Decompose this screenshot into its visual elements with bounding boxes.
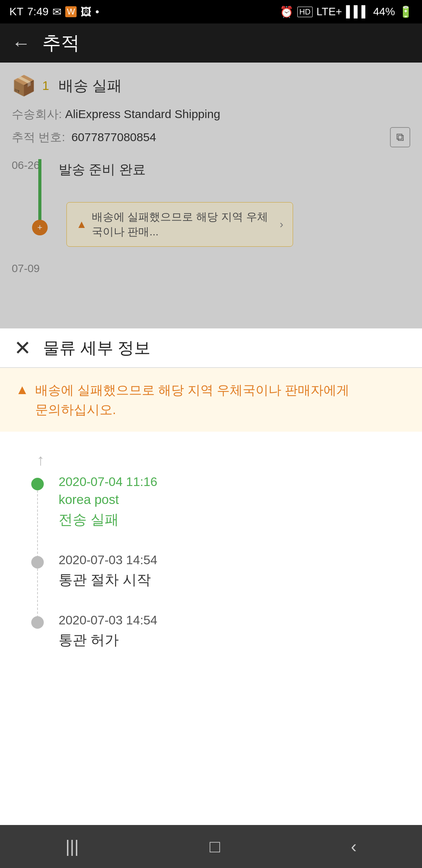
warning-banner-bg[interactable]: ▲ 배송에 실패했으므로 해당 지역 우체국이나 판매... ›: [66, 202, 293, 247]
timeline-item: 2020-07-03 14:54 통관 절차 시작: [31, 553, 406, 613]
modal-close-button[interactable]: ✕: [14, 336, 31, 360]
timeline-dot-orange: +: [32, 220, 48, 235]
shipping-company-row: 수송회사: AliExpress Standard Shipping: [12, 106, 410, 122]
timeline-desc-2: 통관 절차 시작: [59, 570, 406, 590]
modal-warning-icon: ▲: [16, 382, 29, 397]
hd-icon: HD: [297, 7, 313, 17]
chevron-right-icon: ›: [280, 218, 283, 231]
tracking-background: 📦 1 배송 실패 수송회사: AliExpress Standard Ship…: [0, 63, 422, 328]
battery-label: 44%: [373, 5, 395, 18]
timeline-item: 2020-07-03 14:54 통관 허가: [31, 613, 406, 673]
copy-icon: ⧉: [396, 131, 404, 144]
bottom-navigation: ||| □ ‹: [0, 825, 422, 868]
timeline-desc-3: 통관 허가: [59, 631, 406, 650]
timeline-event-1: 발송 준비 완료: [59, 160, 146, 177]
tracking-number-row: 추적 번호: 6077877080854 ⧉: [12, 127, 410, 147]
package-number: 1: [42, 79, 49, 93]
dot-icon: •: [95, 5, 99, 18]
timeline-line: [38, 159, 41, 222]
modal-title: 물류 세부 정보: [43, 337, 150, 359]
alarm-icon: ⏰: [280, 5, 293, 18]
package-header: 📦 1 배송 실패: [12, 74, 410, 97]
shipping-company-label: 수송회사:: [12, 108, 62, 120]
nav-bar: ← 추적: [0, 23, 422, 63]
message-icon: ✉: [52, 5, 61, 18]
page-title: 추적: [42, 30, 80, 56]
tracking-number-value: 6077877080854: [72, 131, 156, 144]
shipping-company-value: AliExpress Standard Shipping: [65, 108, 220, 120]
warning-text-bg: 배송에 실패했으므로 해당 지역 우체국이나 판매...: [92, 210, 275, 239]
timeline-dot-gray-1: [31, 556, 44, 569]
timeline-carrier-1: korea post: [59, 492, 406, 507]
timeline-time-2: 2020-07-03 14:54: [59, 553, 406, 567]
modal-warning: ▲ 배송에 실패했으므로 해당 지역 우체국이나 판매자에게문의하십시오.: [0, 368, 422, 432]
status-right: ⏰ HD LTE+ ▌▌▌ 44% 🔋: [280, 5, 413, 18]
back-button[interactable]: ←: [12, 32, 30, 54]
timeline-date-2: 07-09: [12, 262, 410, 275]
package-status: 배송 실패: [59, 76, 122, 96]
modal-overlay: ✕ 물류 세부 정보 ▲ 배송에 실패했으므로 해당 지역 우체국이나 판매자에…: [0, 328, 422, 689]
bottom-home-button[interactable]: □: [194, 830, 236, 863]
carrier-label: KT: [9, 5, 23, 18]
bottom-menu-button[interactable]: |||: [50, 830, 94, 863]
timeline-desc-1: 전송 실패: [59, 510, 406, 529]
timeline-background: 06-26 + 발송 준비 완료 ▲ 배송에 실패했으므로 해당 지역 우체국이…: [12, 159, 410, 247]
signal-icon: ▌▌▌: [346, 5, 369, 18]
status-bar: KT 7:49 ✉ W 🖼 • ⏰ HD LTE+ ▌▌▌ 44% 🔋: [0, 0, 422, 23]
status-left: KT 7:49 ✉ W 🖼 •: [9, 5, 99, 18]
logistics-timeline: ↑ 2020-07-04 11:16 korea post 전송 실패 2020…: [0, 436, 422, 689]
timeline-date-1: 06-26: [12, 159, 40, 172]
timeline-item: 2020-07-04 11:16 korea post 전송 실패: [31, 475, 406, 553]
timeline-up-arrow: ↑: [37, 451, 45, 469]
package-icon: 📦: [12, 74, 36, 97]
copy-button[interactable]: ⧉: [390, 127, 410, 147]
lte-icon: LTE+: [316, 5, 342, 18]
timeline-time-1: 2020-07-04 11:16: [59, 475, 406, 489]
gallery-icon: 🖼: [80, 5, 91, 18]
time-label: 7:49: [27, 5, 49, 18]
bottom-back-button[interactable]: ‹: [335, 830, 372, 863]
warning-triangle-icon: ▲: [76, 218, 87, 231]
timeline-dot-gray-2: [31, 616, 44, 629]
battery-icon: 🔋: [399, 5, 413, 18]
timeline-top: ↑: [31, 451, 406, 475]
wear-icon: W: [65, 6, 77, 17]
timeline-time-3: 2020-07-03 14:54: [59, 613, 406, 628]
timeline-dot-active: [31, 478, 44, 490]
tracking-number-label: 추적 번호:: [12, 129, 65, 145]
modal-warning-text: 배송에 실패했으므로 해당 지역 우체국이나 판매자에게문의하십시오.: [35, 380, 350, 419]
modal-header: ✕ 물류 세부 정보: [0, 328, 422, 368]
